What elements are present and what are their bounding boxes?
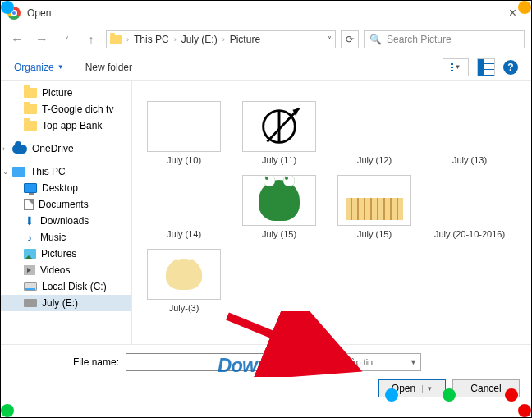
annotation-dot <box>443 388 456 402</box>
tree-thispc[interactable]: ⌄This PC <box>1 163 131 180</box>
file-label: July (14) <box>167 229 201 239</box>
onedrive-icon <box>12 145 27 154</box>
view-mode-button[interactable]: ▼ <box>443 58 469 76</box>
file-label: July (13) <box>452 155 487 165</box>
file-label: July (20-10-2016) <box>434 229 505 239</box>
thumbnail <box>337 101 411 152</box>
corner-marker <box>518 404 531 417</box>
file-type-filter[interactable]: Tất cả tệp tin ▼ <box>314 353 421 371</box>
thumbnails-icon <box>451 63 453 71</box>
corner-marker <box>518 1 531 14</box>
forward-button[interactable]: → <box>32 30 52 49</box>
file-item[interactable]: July (11) <box>234 101 324 165</box>
pictures-icon <box>24 249 36 259</box>
tree-picture[interactable]: Picture <box>1 85 131 101</box>
navigation-tree: Picture T-Google dich tv Top app Bank ›O… <box>1 81 132 344</box>
search-icon: 🔍 <box>369 34 382 45</box>
back-button[interactable]: ← <box>7 30 27 49</box>
chevron-right-icon: › <box>222 35 225 44</box>
organize-menu[interactable]: Organize▼ <box>14 62 64 73</box>
file-label: July-(3) <box>169 303 200 313</box>
tree-music[interactable]: ♪Music <box>1 229 131 246</box>
file-label: July (15) <box>262 229 296 239</box>
file-label: July (10) <box>167 155 201 165</box>
thumbnail <box>242 175 316 226</box>
chevron-right-icon: › <box>174 35 177 44</box>
new-folder-button[interactable]: New folder <box>85 62 132 73</box>
file-item[interactable]: July-(3) <box>139 249 229 313</box>
tree-topapp[interactable]: Top app Bank <box>1 117 131 134</box>
tree-documents[interactable]: Documents <box>1 196 131 213</box>
documents-icon <box>24 199 34 210</box>
search-placeholder: Search Picture <box>387 34 452 45</box>
tree-videos[interactable]: Videos <box>1 262 131 278</box>
usb-drive-icon <box>24 299 37 307</box>
thumbnail <box>433 175 507 226</box>
window-title: Open <box>27 7 51 19</box>
annotation-dot <box>505 388 518 402</box>
disk-icon <box>24 282 37 291</box>
folder-icon <box>24 104 37 114</box>
filter-label: Tất cả tệp tin <box>319 357 373 368</box>
chevron-down-icon: ▼ <box>455 63 461 71</box>
thumbnail <box>433 101 507 152</box>
downloads-icon: ⬇ <box>24 215 35 227</box>
navbar: ← → ˅ ↑ › This PC › July (E:) › Picture … <box>1 25 531 53</box>
file-label: July (12) <box>357 155 392 165</box>
chevron-right-icon: › <box>126 35 129 44</box>
breadcrumb-july[interactable]: July (E:) <box>181 34 218 45</box>
thumbnail <box>242 101 316 152</box>
refresh-button[interactable]: ⟳ <box>341 30 359 48</box>
search-input[interactable]: 🔍 Search Picture <box>364 30 525 48</box>
breadcrumb-thispc[interactable]: This PC <box>134 34 169 45</box>
main-area: Picture T-Google dich tv Top app Bank ›O… <box>1 81 531 344</box>
corner-marker <box>1 1 14 14</box>
help-button[interactable]: ? <box>503 60 518 75</box>
split-dropdown-icon[interactable]: ▼ <box>422 385 433 393</box>
tree-pictures[interactable]: Pictures <box>1 246 131 262</box>
file-item[interactable]: July (13) <box>424 101 515 165</box>
file-item[interactable]: July (15) <box>329 175 420 239</box>
corner-marker <box>1 404 14 417</box>
toolbar: Organize▼ New folder ▼ ? <box>1 53 531 81</box>
tree-tgoogle[interactable]: T-Google dich tv <box>1 101 131 117</box>
filename-input[interactable] <box>126 353 298 371</box>
thispc-icon <box>12 167 25 177</box>
file-label: July (15) <box>357 229 392 239</box>
address-bar[interactable]: › This PC › July (E:) › Picture ˅ <box>106 30 336 48</box>
tree-downloads[interactable]: ⬇Downloads <box>1 213 131 229</box>
file-item[interactable]: July (12) <box>329 101 420 165</box>
recent-dropdown[interactable]: ˅ <box>57 30 76 49</box>
tree-desktop[interactable]: Desktop <box>1 180 131 196</box>
annotation-dot <box>385 388 398 402</box>
folder-icon <box>24 121 37 131</box>
folder-icon <box>110 35 122 44</box>
tree-onedrive[interactable]: ›OneDrive <box>1 140 131 157</box>
file-item[interactable]: July (15) <box>234 175 324 239</box>
expand-icon[interactable]: › <box>2 145 5 153</box>
tree-julye[interactable]: July (E:) <box>1 295 131 311</box>
file-item[interactable]: July (10) <box>139 101 229 165</box>
collapse-icon[interactable]: ⌄ <box>2 168 9 176</box>
file-grid[interactable]: July (10) July (11) July (12) July (13) … <box>132 81 531 344</box>
videos-icon <box>24 265 35 275</box>
desktop-icon <box>24 183 37 193</box>
file-label: July (11) <box>262 155 296 165</box>
titlebar: Open × <box>1 1 531 25</box>
folder-icon <box>24 88 37 98</box>
up-button[interactable]: ↑ <box>81 30 101 49</box>
thumbnail <box>147 249 221 300</box>
breadcrumb-picture[interactable]: Picture <box>230 34 260 45</box>
file-item[interactable]: July (20-10-2016) <box>424 175 515 239</box>
music-icon: ♪ <box>24 232 35 243</box>
thumbnail <box>147 101 221 152</box>
chevron-down-icon: ▼ <box>410 358 417 366</box>
filename-label: File name: <box>12 356 119 368</box>
address-dropdown[interactable]: ˅ <box>328 35 332 44</box>
thumbnail <box>337 175 411 226</box>
thumbnail <box>147 175 221 226</box>
file-item[interactable]: July (14) <box>139 175 229 239</box>
tree-localc[interactable]: Local Disk (C:) <box>1 278 131 295</box>
preview-pane-button[interactable] <box>477 58 495 76</box>
